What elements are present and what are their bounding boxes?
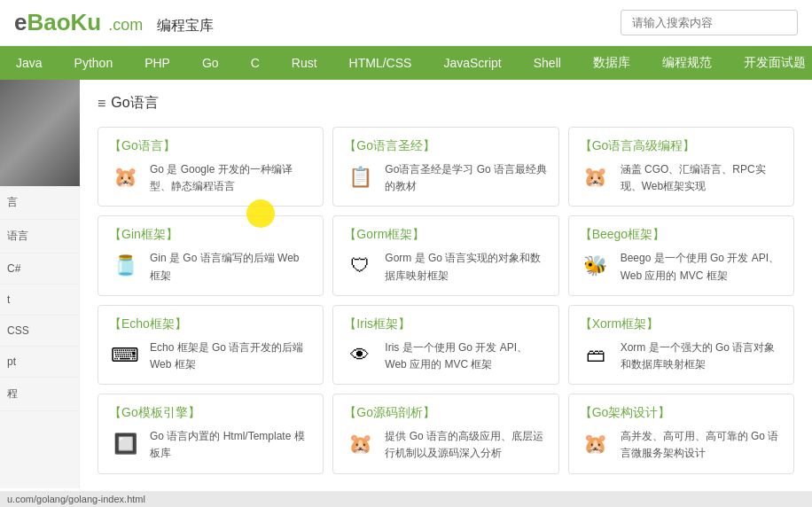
- card-beego-desc: Beego 是一个使用 Go 开发 API、Web 应用的 MVC 框架: [621, 250, 783, 284]
- main-content: ≡ Go语言 【Go语言】 🐹 Go 是 Google 开发的一种编译型、静态编…: [80, 80, 812, 488]
- card-go-lang-body: 🐹 Go 是 Google 开发的一种编译型、静态编程语言: [109, 161, 312, 195]
- header: eBaoKu .com 编程宝库: [0, 0, 812, 46]
- card-echo[interactable]: 【Echo框架】 ⌨ Echo 框架是 Go 语言开发的后端 Web 框架: [98, 305, 324, 385]
- sidebar-item-3[interactable]: t: [0, 285, 79, 316]
- card-iris-body: 👁 Iris 是一个使用 Go 开发 API、Web 应用的 MVC 框架: [344, 339, 547, 373]
- sidebar-item-6[interactable]: 程: [0, 378, 79, 411]
- sidebar-item-0[interactable]: 言: [0, 186, 79, 220]
- card-gorm-desc: Gorm 是 Go 语言实现的对象和数据库映射框架: [385, 250, 547, 284]
- card-architecture-icon: 🐹: [580, 428, 612, 460]
- card-gorm-title: 【Gorm框架】: [344, 227, 547, 243]
- card-beego-title: 【Beego框架】: [580, 227, 783, 243]
- card-architecture-desc: 高并发、高可用、高可靠的 Go 语言微服务架构设计: [621, 428, 783, 462]
- nav-item-java[interactable]: Java: [0, 47, 59, 79]
- card-iris-desc: Iris 是一个使用 Go 开发 API、Web 应用的 MVC 框架: [385, 339, 547, 373]
- card-echo-icon: ⌨: [109, 339, 141, 371]
- nav-item-c[interactable]: C: [235, 47, 276, 79]
- card-echo-desc: Echo 框架是 Go 语言开发的后端 Web 框架: [150, 339, 312, 373]
- card-architecture-title: 【Go架构设计】: [580, 405, 783, 421]
- nav-item-php[interactable]: PHP: [129, 47, 186, 79]
- card-template-title: 【Go模板引擎】: [109, 405, 312, 421]
- card-go-advanced-icon: 🐹: [580, 161, 612, 193]
- card-beego[interactable]: 【Beego框架】 🐝 Beego 是一个使用 Go 开发 API、Web 应用…: [568, 215, 794, 295]
- nav-bar: Java Python PHP Go C Rust HTML/CSS JavaS…: [0, 46, 812, 80]
- logo-area: eBaoKu .com 编程宝库: [14, 9, 214, 36]
- card-source-analysis-icon: 🐹: [344, 428, 376, 460]
- nav-item-rust[interactable]: Rust: [276, 47, 333, 79]
- logo-subtitle: 编程宝库: [157, 17, 214, 35]
- sidebar-thumbnail: [0, 80, 80, 186]
- nav-item-interview[interactable]: 开发面试题: [728, 46, 812, 80]
- card-architecture-body: 🐹 高并发、高可用、高可靠的 Go 语言微服务架构设计: [580, 428, 783, 462]
- sidebar-item-1[interactable]: 语言: [0, 220, 79, 254]
- card-go-lang-desc: Go 是 Google 开发的一种编译型、静态编程语言: [150, 161, 312, 195]
- card-iris-icon: 👁: [344, 339, 376, 371]
- card-go-advanced-body: 🐹 涵盖 CGO、汇编语言、RPC实现、Web框架实现: [580, 161, 783, 195]
- card-go-advanced[interactable]: 【Go语言高级编程】 🐹 涵盖 CGO、汇编语言、RPC实现、Web框架实现: [568, 127, 794, 207]
- card-source-analysis-body: 🐹 提供 Go 语言的高级应用、底层运行机制以及源码深入分析: [344, 428, 547, 462]
- card-gin[interactable]: 【Gin框架】 🫙 Gin 是 Go 语言编写的后端 Web 框架: [98, 215, 324, 295]
- card-template-body: 🔲 Go 语言内置的 Html/Template 模板库: [109, 428, 312, 462]
- card-xorm[interactable]: 【Xorm框架】 🗃 Xorm 是一个强大的 Go 语言对象和数据库映射框架: [568, 305, 794, 385]
- sidebar-item-4[interactable]: CSS: [0, 316, 79, 347]
- card-gin-icon: 🫙: [109, 250, 141, 282]
- layout: 言 语言 C# t CSS pt 程 ≡ Go语言 【Go语言】 🐹 Go 是 …: [0, 80, 812, 488]
- page-title: ≡ Go语言: [98, 94, 794, 113]
- card-echo-title: 【Echo框架】: [109, 316, 312, 332]
- nav-item-python[interactable]: Python: [59, 47, 129, 79]
- card-template[interactable]: 【Go模板引擎】 🔲 Go 语言内置的 Html/Template 模板库: [98, 394, 324, 473]
- card-echo-body: ⌨ Echo 框架是 Go 语言开发的后端 Web 框架: [109, 339, 312, 373]
- nav-item-database[interactable]: 数据库: [577, 46, 646, 80]
- logo-com: .com: [108, 16, 143, 35]
- card-source-analysis[interactable]: 【Go源码剖析】 🐹 提供 Go 语言的高级应用、底层运行机制以及源码深入分析: [332, 394, 558, 473]
- card-gorm-body: 🛡 Gorm 是 Go 语言实现的对象和数据库映射框架: [344, 250, 547, 284]
- card-go-lang[interactable]: 【Go语言】 🐹 Go 是 Google 开发的一种编译型、静态编程语言: [98, 127, 324, 207]
- logo-text: eBaoKu: [14, 9, 101, 36]
- card-go-lang-icon: 🐹: [109, 161, 141, 193]
- card-go-bible[interactable]: 【Go语言圣经】 📋 Go语言圣经是学习 Go 语言最经典的教材: [332, 127, 558, 207]
- card-template-desc: Go 语言内置的 Html/Template 模板库: [150, 428, 312, 462]
- card-go-advanced-title: 【Go语言高级编程】: [580, 138, 783, 154]
- page-title-text: Go语言: [111, 94, 158, 113]
- card-source-analysis-title: 【Go源码剖析】: [344, 405, 547, 421]
- card-gorm[interactable]: 【Gorm框架】 🛡 Gorm 是 Go 语言实现的对象和数据库映射框架: [332, 215, 558, 295]
- card-architecture[interactable]: 【Go架构设计】 🐹 高并发、高可用、高可靠的 Go 语言微服务架构设计: [568, 394, 794, 473]
- card-go-bible-title: 【Go语言圣经】: [344, 138, 547, 154]
- card-go-lang-title: 【Go语言】: [109, 138, 312, 154]
- nav-item-htmlcss[interactable]: HTML/CSS: [333, 47, 428, 79]
- card-gin-desc: Gin 是 Go 语言编写的后端 Web 框架: [150, 250, 312, 284]
- card-gin-title: 【Gin框架】: [109, 227, 312, 243]
- card-go-advanced-desc: 涵盖 CGO、汇编语言、RPC实现、Web框架实现: [621, 161, 783, 195]
- card-source-analysis-desc: 提供 Go 语言的高级应用、底层运行机制以及源码深入分析: [385, 428, 547, 462]
- nav-item-javascript[interactable]: JavaScript: [427, 47, 517, 79]
- menu-icon: ≡: [98, 96, 105, 112]
- card-xorm-desc: Xorm 是一个强大的 Go 语言对象和数据库映射框架: [621, 339, 783, 373]
- nav-item-coding-standards[interactable]: 编程规范: [646, 46, 728, 80]
- sidebar: 言 语言 C# t CSS pt 程: [0, 80, 80, 488]
- nav-item-go[interactable]: Go: [186, 47, 235, 79]
- card-template-icon: 🔲: [109, 428, 141, 460]
- card-go-bible-desc: Go语言圣经是学习 Go 语言最经典的教材: [385, 161, 547, 195]
- card-go-bible-icon: 📋: [344, 161, 376, 193]
- nav-item-shell[interactable]: Shell: [518, 47, 577, 79]
- card-go-bible-body: 📋 Go语言圣经是学习 Go 语言最经典的教材: [344, 161, 547, 195]
- card-beego-body: 🐝 Beego 是一个使用 Go 开发 API、Web 应用的 MVC 框架: [580, 250, 783, 284]
- card-gorm-icon: 🛡: [344, 250, 376, 282]
- sidebar-item-5[interactable]: pt: [0, 347, 79, 378]
- card-iris-title: 【Iris框架】: [344, 316, 547, 332]
- card-xorm-body: 🗃 Xorm 是一个强大的 Go 语言对象和数据库映射框架: [580, 339, 783, 373]
- card-iris[interactable]: 【Iris框架】 👁 Iris 是一个使用 Go 开发 API、Web 应用的 …: [332, 305, 558, 385]
- card-grid: 【Go语言】 🐹 Go 是 Google 开发的一种编译型、静态编程语言 【Go…: [98, 127, 794, 474]
- card-xorm-icon: 🗃: [580, 339, 612, 371]
- search-input[interactable]: [621, 10, 798, 35]
- card-xorm-title: 【Xorm框架】: [580, 316, 783, 332]
- card-beego-icon: 🐝: [580, 250, 612, 282]
- sidebar-item-2[interactable]: C#: [0, 254, 79, 285]
- card-gin-body: 🫙 Gin 是 Go 语言编写的后端 Web 框架: [109, 250, 312, 284]
